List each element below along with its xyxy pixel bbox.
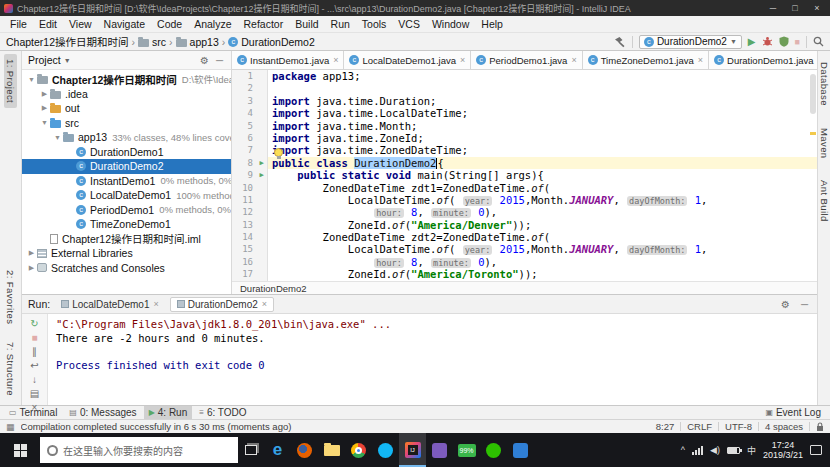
tab-close-icon[interactable]: × [698, 55, 703, 65]
settings-gear-icon[interactable]: ⚙ [778, 299, 793, 310]
close-button[interactable]: × [806, 0, 828, 16]
tree-item[interactable]: ▶.idea [22, 87, 231, 102]
settings-gear-icon[interactable]: ⚙ [198, 55, 211, 66]
run-configuration-selector[interactable]: c DurationDemo2 ▼ [639, 35, 742, 49]
pause-output-icon[interactable]: ∥ [27, 345, 43, 358]
tree-item[interactable]: cPeriodDemo10% methods, 0% lines... [22, 203, 231, 218]
tool-stripe-ant-build[interactable]: Ant Build [818, 175, 830, 227]
menu-edit[interactable]: Edit [33, 18, 63, 30]
tree-item[interactable]: Chapter12操作日期和时间.iml [22, 232, 231, 247]
taskbar-app-firefox[interactable] [291, 433, 318, 467]
chevron-down-icon[interactable]: ▼ [64, 57, 71, 64]
tree-item[interactable]: ▶Scratches and Consoles [22, 261, 231, 276]
menu-window[interactable]: Window [426, 18, 475, 30]
tab-close-icon[interactable]: × [262, 299, 267, 309]
line-separator-indicator[interactable]: CRLF [687, 421, 712, 432]
search-everywhere-icon[interactable] [813, 36, 824, 47]
menu-file[interactable]: File [4, 18, 33, 30]
tool-button-terminal[interactable]: ▭Terminal [4, 406, 62, 419]
chevron-icon[interactable]: ▶ [26, 249, 37, 257]
ime-indicator[interactable]: 中 [747, 444, 756, 457]
tab-close-icon[interactable]: × [153, 299, 158, 309]
breadcrumb-item[interactable]: app13 [190, 36, 219, 48]
stop-button[interactable]: ■ [795, 37, 800, 47]
taskbar-clock[interactable]: 17:24 2019/3/21 [763, 440, 803, 460]
readonly-lock-icon[interactable] [816, 422, 824, 432]
tool-stripe-maven[interactable]: Maven [818, 123, 830, 164]
network-icon[interactable] [692, 446, 703, 455]
chevron-icon[interactable]: ▼ [26, 76, 37, 83]
hide-panel-icon[interactable]: ─ [798, 299, 811, 310]
tool-button-6-todo[interactable]: ≡6: TODO [194, 406, 251, 419]
tool-stripe-database[interactable]: Database [818, 57, 830, 111]
menu-run[interactable]: Run [325, 18, 356, 30]
taskbar-app-qq[interactable] [372, 433, 399, 467]
run-button[interactable]: ▶ [748, 37, 756, 47]
editor-tab[interactable]: cDurationDemo1.java× [709, 51, 817, 69]
tool-stripe-favorites[interactable]: 2: Favorites [4, 265, 17, 329]
print-icon[interactable]: ▤ [27, 387, 43, 400]
run-tab[interactable]: DurationDemo2× [170, 297, 274, 312]
rerun-icon[interactable]: ↻ [27, 317, 43, 330]
tool-button-4-run[interactable]: ▶4: Run [144, 406, 193, 419]
encoding-indicator[interactable]: UTF-8 [725, 421, 752, 432]
menu-build[interactable]: Build [289, 18, 324, 30]
breadcrumb-item[interactable]: Chapter12操作日期和时间 [6, 34, 129, 49]
menu-code[interactable]: Code [151, 18, 188, 30]
taskbar-app-edge[interactable]: e [264, 433, 291, 467]
stop-icon[interactable]: ■ [27, 331, 43, 344]
run-with-coverage-button[interactable] [779, 36, 789, 47]
action-center-icon[interactable] [810, 445, 822, 455]
chevron-icon[interactable]: ▼ [52, 134, 63, 141]
chevron-icon[interactable]: ▶ [39, 104, 50, 112]
chevron-icon[interactable]: ▼ [39, 119, 50, 126]
tool-button-0-messages[interactable]: ▤0: Messages [64, 406, 141, 419]
run-tab[interactable]: LocalDateDemo1× [55, 298, 165, 311]
editor-tab[interactable]: cTimeZoneDemo1.java× [583, 51, 709, 69]
taskbar-search-box[interactable]: 在这里输入你要搜索的内容 [40, 437, 238, 463]
volume-icon[interactable]: ◀) [710, 445, 720, 455]
tree-item[interactable]: ▼src [22, 116, 231, 131]
menu-tools[interactable]: Tools [356, 18, 393, 30]
taskbar-app-file-explorer[interactable] [318, 433, 345, 467]
menu-view[interactable]: View [63, 18, 98, 30]
editor-tab[interactable]: cPeriodDemo1.java× [471, 51, 582, 69]
editor-scrollbar[interactable] [810, 74, 816, 114]
warning-stripe-mark[interactable] [810, 132, 816, 135]
run-console[interactable]: "C:\Program Files\Java\jdk1.8.0_201\bin\… [48, 314, 817, 405]
battery-icon[interactable] [727, 447, 740, 454]
tree-item[interactable]: cDurationDemo2 [22, 159, 231, 174]
run-line-icon[interactable]: ▶ [256, 169, 268, 181]
menu-refactor[interactable]: Refactor [238, 18, 290, 30]
chevron-icon[interactable]: ▶ [39, 90, 50, 98]
minimize-button[interactable]: ─ [762, 0, 784, 16]
build-hammer-icon[interactable] [614, 36, 626, 48]
breadcrumb-item[interactable]: src [152, 36, 166, 48]
collapse-panel-icon[interactable]: ─ [214, 55, 225, 66]
tree-item[interactable]: ▶out [22, 101, 231, 116]
taskbar-app-battery-manager[interactable]: 99% [453, 433, 480, 467]
tree-item[interactable]: cLocalDateDemo1100% methods, 10... [22, 188, 231, 203]
taskbar-app-wechat[interactable] [480, 433, 507, 467]
menu-vcs[interactable]: VCS [392, 18, 426, 30]
tree-item[interactable]: cDurationDemo1 [22, 145, 231, 160]
tree-item[interactable]: ▶External Libraries [22, 246, 231, 261]
tree-item[interactable]: cTimeZoneDemo1 [22, 217, 231, 232]
breadcrumb-item[interactable]: DurationDemo2 [241, 36, 315, 48]
taskbar-app-intellij-idea[interactable]: IJ [399, 433, 426, 467]
menu-analyze[interactable]: Analyze [188, 18, 237, 30]
tool-window-switcher-icon[interactable]: ▦ [6, 422, 15, 432]
tab-close-icon[interactable]: × [460, 55, 465, 65]
scroll-to-end-icon[interactable]: ↓ [27, 373, 43, 386]
tree-item[interactable]: ▼Chapter12操作日期和时间D:\软件\IdeaProjects\Chap… [22, 72, 231, 87]
chevron-icon[interactable]: ▶ [26, 264, 37, 272]
taskbar-app-chrome[interactable] [345, 433, 372, 467]
intention-bulb-icon[interactable] [274, 148, 283, 157]
caret-position-indicator[interactable]: 8:27 [656, 421, 675, 432]
indent-indicator[interactable]: 4 spaces [765, 421, 803, 432]
taskbar-app-blue-app[interactable] [507, 433, 534, 467]
taskbar-app-purple-app[interactable] [426, 433, 453, 467]
soft-wrap-icon[interactable]: ↩ [27, 359, 43, 372]
tool-stripe-structure[interactable]: 7: Structure [4, 337, 17, 401]
tab-close-icon[interactable]: × [571, 55, 576, 65]
